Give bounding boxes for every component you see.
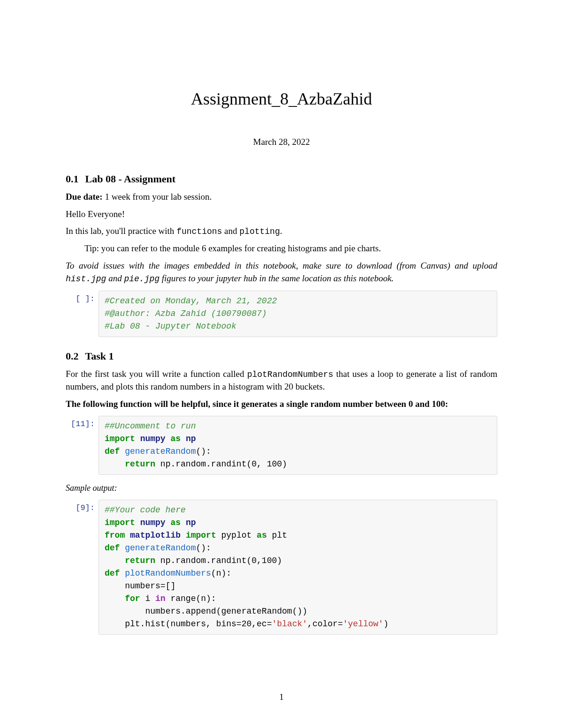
note-file-hist: hist.jpg: [66, 274, 106, 284]
intro-code-functions: functions: [176, 227, 222, 236]
code-cell-3: [9]: ##Your code here import numpy as np…: [66, 500, 497, 635]
c3-hist-s1: 'black': [272, 619, 307, 629]
c3-plotparen: (n):: [211, 569, 231, 578]
code-cell-1: [ ]: #Created on Monday, March 21, 2022 …: [66, 291, 497, 337]
desc-pre: For the first task you will write a func…: [66, 369, 247, 379]
cell-body-1: #Created on Monday, March 21, 2022 #@aut…: [99, 291, 497, 337]
c3-hist-s2: 'yellow': [343, 619, 383, 629]
c2-as: as: [170, 434, 181, 443]
c3-def2: def: [105, 569, 120, 578]
c2-comment: ##Uncomment to run: [105, 421, 196, 431]
cell-body-3: ##Your code here import numpy as np from…: [99, 500, 497, 635]
c3-np: np: [186, 518, 196, 527]
c3-as: as: [170, 518, 181, 527]
tip-line: Tip: you can refer to the module 6 examp…: [84, 242, 497, 255]
cell1-line1: #Created on Monday, March 21, 2022: [105, 296, 277, 306]
c3-hist-pre: plt.hist(numbers, bins=20,ec=: [125, 619, 272, 629]
cell1-line3: #Lab 08 - Jupyter Notebook: [105, 322, 236, 331]
cell-prompt-1: [ ]:: [66, 291, 99, 303]
c3-ret1: return: [125, 556, 155, 565]
intro-pre: In this lab, you'll practice with: [66, 226, 176, 236]
cell-prompt-3: [9]:: [66, 500, 99, 512]
c2-paren: ():: [196, 447, 211, 456]
c3-paren1: ():: [196, 543, 211, 553]
cell-body-2: ##Uncomment to run import numpy as np de…: [99, 416, 497, 475]
c3-as2: as: [257, 531, 267, 540]
c3-range: range(n):: [166, 594, 216, 603]
document-page: Assignment_8_AzbaZahid March 28, 2022 0.…: [0, 0, 563, 728]
document-date: March 28, 2022: [66, 137, 497, 147]
cell1-line2: #@author: Azba Zahid (100790087): [105, 309, 267, 318]
page-number: 1: [0, 692, 563, 702]
c3-mpl: matplotlib: [130, 531, 181, 540]
c2-np: np: [186, 434, 196, 443]
c2-fn: generateRandom: [125, 447, 196, 456]
c3-pyplot: pyplot: [216, 531, 257, 540]
c3-hist-post: ): [383, 619, 388, 629]
section-title-2: Task 1: [85, 350, 114, 362]
note-mid: and: [106, 273, 124, 283]
due-date-label: Due date:: [66, 192, 103, 202]
section-number-2: 0.2: [66, 350, 79, 362]
c3-in: in: [155, 594, 166, 603]
document-title: Assignment_8_AzbaZahid: [66, 89, 497, 109]
c3-comment: ##Your code here: [105, 505, 186, 515]
task1-description: For the first task you will write a func…: [66, 368, 497, 393]
intro-line: In this lab, you'll practice with functi…: [66, 225, 497, 238]
sample-output-label: Sample output:: [66, 482, 497, 494]
c3-i: i: [140, 594, 155, 603]
c3-numbers: numbers=[]: [125, 581, 175, 591]
c3-plotfn: plotRandomNumbers: [125, 569, 211, 578]
c2-body: np.random.randint(0, 100): [155, 459, 287, 469]
helpful-line: The following function will be helpful, …: [66, 398, 497, 411]
c3-append: numbers.append(generateRandom()): [145, 607, 307, 616]
c2-def: def: [105, 447, 120, 456]
section-heading-task1: 0.2Task 1: [66, 350, 497, 362]
c3-import: import: [105, 518, 135, 527]
intro-code-plotting: plotting: [239, 227, 280, 236]
note-pre: To avoid issues with the images embedded…: [66, 261, 497, 270]
cell-prompt-2: [11]:: [66, 416, 99, 428]
code-cell-2: [11]: ##Uncomment to run import numpy as…: [66, 416, 497, 475]
intro-mid: and: [222, 226, 239, 236]
intro-post: .: [280, 226, 282, 236]
due-date-line: Due date: 1 week from your lab session.: [66, 191, 497, 203]
c3-from: from: [105, 531, 125, 540]
c2-numpy: numpy: [140, 434, 166, 443]
c3-def1: def: [105, 543, 120, 553]
c3-hist-mid: ,color=: [307, 619, 343, 629]
download-note: To avoid issues with the images embedded…: [66, 260, 497, 285]
section-heading-lab08: 0.1Lab 08 - Assignment: [66, 173, 497, 185]
note-post: figures to your jupyter hub in the same …: [160, 273, 394, 283]
desc-code: plotRandomNumbers: [247, 370, 334, 379]
c3-import2: import: [186, 531, 216, 540]
due-date-text: 1 week from your lab session.: [103, 192, 212, 202]
c3-for: for: [125, 594, 140, 603]
c3-gen: generateRandom: [125, 543, 196, 553]
c2-import: import: [105, 434, 135, 443]
hello-line: Hello Everyone!: [66, 208, 497, 221]
c3-plt: plt: [272, 531, 287, 540]
note-file-pie: pie.jpg: [124, 274, 160, 284]
section-number: 0.1: [66, 173, 79, 185]
section-title: Lab 08 - Assignment: [85, 173, 176, 185]
c2-return: return: [125, 459, 155, 469]
c3-numpy: numpy: [140, 518, 166, 527]
c3-gret: np.random.randint(0,100): [155, 556, 282, 565]
